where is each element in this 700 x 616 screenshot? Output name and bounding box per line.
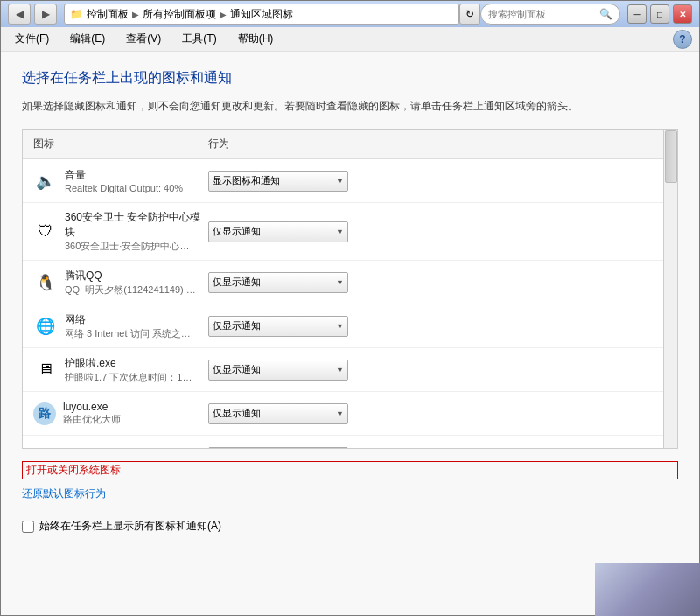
360-desc: 360安全卫士·安全防护中心完全开启 [65, 240, 196, 253]
table-row: 路 luyou.exe 路由优化大师 仅显示通知 ▼ [23, 392, 677, 436]
chevron-down-icon: ▼ [336, 278, 344, 287]
page-title: 选择在任务栏上出现的图标和通知 [22, 69, 678, 88]
main-window: ◀ ▶ 📁 控制面板 ▶ 所有控制面板项 ▶ 通知区域图标 ↻ 🔍 ─ □ ✕ … [0, 0, 700, 616]
eyeprotect-icon: 🖥 [33, 358, 58, 382]
network-text: 网络 网络 3 Internet 访问 系统之家vpn服... [65, 312, 196, 340]
breadcrumb-bar: 📁 控制面板 ▶ 所有控制面板项 ▶ 通知区域图标 [64, 4, 459, 24]
col-header-icon: 图标 [33, 136, 208, 151]
window-controls: ◀ ▶ [8, 4, 57, 24]
breadcrumb-3: 通知区域图标 [230, 7, 293, 22]
behavior-cell-volume: 显示图标和通知 ▼ [208, 171, 667, 192]
table-row: 🌐 网络 网络 3 Internet 访问 系统之家vpn服... 仅显示通知 … [23, 304, 677, 348]
table-row: 🛡 360安全卫士 安全防护中心模块 360安全卫士·安全防护中心完全开启 仅显… [23, 203, 677, 261]
minimize-button[interactable]: ─ [627, 4, 647, 24]
behavior-cell-network: 仅显示通知 ▼ [208, 316, 667, 337]
behavior-select-eyeprotect[interactable]: 仅显示通知 ▼ [208, 360, 348, 381]
360-icon: 🛡 [33, 220, 58, 244]
icon-cell-luyou: 路 luyou.exe 路由优化大师 [33, 401, 208, 426]
chevron-down-icon: ▼ [336, 410, 344, 418]
table-row: 🔈 音量 Realtek Digital Output: 40% 显示图标和通知… [23, 159, 677, 203]
table-row: 🖥 护眼啦.exe 护眼啦1.7 下次休息时间：14 点59... 仅显示通知 … [23, 348, 677, 392]
chevron-down-icon: ▼ [336, 322, 344, 331]
close-button[interactable]: ✕ [673, 4, 692, 24]
behavior-cell-qq: 仅显示通知 ▼ [208, 272, 667, 293]
refresh-button[interactable]: ↻ [459, 4, 480, 24]
behavior-select-dsz[interactable]: 仅显示通... ▼ [208, 447, 348, 449]
menu-edit[interactable]: 编辑(E) [63, 29, 112, 49]
icon-cell-qq: 🐧 腾讯QQ QQ: 明天夕然(1124241149) 声音: 开... [33, 269, 208, 297]
search-bar[interactable]: 🔍 [480, 4, 620, 24]
behavior-select-360[interactable]: 仅显示通知 ▼ [208, 221, 348, 242]
luyou-icon: 路 [33, 402, 56, 425]
menu-bar: 文件(F) 编辑(E) 查看(V) 工具(T) 帮助(H) ? [1, 27, 699, 52]
menu-tools[interactable]: 工具(T) [175, 29, 223, 49]
luyou-text: luyou.exe 路由优化大师 [63, 401, 121, 426]
icon-cell-360: 🛡 360安全卫士 安全防护中心模块 360安全卫士·安全防护中心完全开启 [33, 210, 208, 253]
behavior-cell-luyou: 仅显示通知 ▼ [208, 403, 667, 424]
search-input[interactable] [488, 9, 596, 19]
chevron-down-icon: ▼ [336, 177, 344, 186]
qq-desc: QQ: 明天夕然(1124241149) 声音: 开... [65, 284, 196, 297]
table-header: 图标 行为 [23, 130, 677, 159]
page-description: 如果选择隐藏图标和通知，则不会向您通知更改和更新。若要随时查看隐藏的图标，请单击… [22, 98, 678, 115]
behavior-select-qq[interactable]: 仅显示通知 ▼ [208, 272, 348, 293]
breadcrumb-2[interactable]: 所有控制面板项 [143, 7, 216, 22]
checkbox-row: 始终在任务栏上显示所有图标和通知(A) [22, 519, 678, 534]
table-body: 🔈 音量 Realtek Digital Output: 40% 显示图标和通知… [23, 159, 677, 448]
open-system-icons-link[interactable]: 打开或关闭系统图标 [22, 461, 678, 480]
behavior-select-luyou[interactable]: 仅显示通知 ▼ [208, 403, 348, 424]
behavior-cell-dsz: 仅显示通... ▼ [208, 447, 667, 449]
breadcrumb-arrow-1: ▶ [132, 10, 139, 19]
col-header-behavior: 行为 [208, 136, 667, 151]
scrollbar-track[interactable] [663, 130, 677, 448]
table-row: 💻 Dszmonitor.exe 仅显示通... ▼ [23, 436, 677, 448]
help-button[interactable]: ? [673, 30, 692, 49]
menu-view[interactable]: 查看(V) [119, 29, 168, 49]
volume-name: 音量 [65, 168, 183, 183]
behavior-cell-eyeprotect: 仅显示通知 ▼ [208, 360, 667, 381]
chevron-down-icon: ▼ [336, 366, 344, 374]
network-desc: 网络 3 Internet 访问 系统之家vpn服... [65, 327, 196, 340]
qq-text: 腾讯QQ QQ: 明天夕然(1124241149) 声音: 开... [65, 269, 196, 297]
360-name: 360安全卫士 安全防护中心模块 [65, 210, 208, 240]
show-all-icons-checkbox[interactable] [22, 521, 34, 533]
restore-defaults-link[interactable]: 还原默认图标行为 [22, 486, 678, 501]
luyou-name: luyou.exe [63, 401, 121, 413]
eyeprotect-text: 护眼啦.exe 护眼啦1.7 下次休息时间：14 点59... [65, 356, 196, 384]
menu-help[interactable]: 帮助(H) [231, 29, 281, 49]
behavior-cell-360: 仅显示通知 ▼ [208, 221, 667, 242]
dsz-icon: 💻 [33, 445, 58, 449]
icon-cell-dsz: 💻 Dszmonitor.exe [33, 445, 208, 449]
qq-name: 腾讯QQ [65, 269, 196, 284]
behavior-select-network[interactable]: 仅显示通知 ▼ [208, 316, 348, 337]
title-bar: ◀ ▶ 📁 控制面板 ▶ 所有控制面板项 ▶ 通知区域图标 ↻ 🔍 ─ □ ✕ [1, 1, 699, 27]
menu-file[interactable]: 文件(F) [8, 29, 56, 49]
footer-links: 打开或关闭系统图标 还原默认图标行为 始终在任务栏上显示所有图标和通知(A) [22, 461, 678, 534]
checkbox-label: 始终在任务栏上显示所有图标和通知(A) [39, 519, 221, 534]
volume-text: 音量 Realtek Digital Output: 40% [65, 168, 183, 193]
qq-icon: 🐧 [33, 270, 58, 295]
back-btn[interactable]: ◀ [8, 4, 31, 24]
icon-cell-eyeprotect: 🖥 护眼啦.exe 护眼啦1.7 下次休息时间：14 点59... [33, 356, 208, 384]
icon-cell-volume: 🔈 音量 Realtek Digital Output: 40% [33, 168, 208, 193]
eyeprotect-name: 护眼啦.exe [65, 356, 196, 371]
forward-btn[interactable]: ▶ [34, 4, 57, 24]
chevron-down-icon: ▼ [336, 228, 344, 236]
360-text: 360安全卫士 安全防护中心模块 360安全卫士·安全防护中心完全开启 [65, 210, 208, 253]
content-area: 选择在任务栏上出现的图标和通知 如果选择隐藏图标和通知，则不会向您通知更改和更新… [1, 52, 699, 615]
network-icon: 🌐 [33, 314, 58, 339]
scrollbar-thumb[interactable] [665, 130, 677, 183]
behavior-select-volume[interactable]: 显示图标和通知 ▼ [208, 171, 348, 192]
breadcrumb-folder-icon: 📁 [70, 8, 83, 20]
maximize-button[interactable]: □ [650, 4, 669, 24]
luyou-desc: 路由优化大师 [63, 413, 121, 426]
icon-cell-network: 🌐 网络 网络 3 Internet 访问 系统之家vpn服... [33, 312, 208, 340]
breadcrumb-arrow-2: ▶ [220, 10, 227, 19]
search-icon: 🔍 [599, 8, 612, 20]
breadcrumb-1[interactable]: 控制面板 [87, 7, 129, 22]
icons-table: 图标 行为 🔈 音量 Realtek Digital Output: 40% [22, 129, 678, 449]
network-name: 网络 [65, 312, 196, 327]
volume-icon: 🔈 [33, 169, 58, 193]
eyeprotect-desc: 护眼啦1.7 下次休息时间：14 点59... [65, 371, 196, 384]
volume-desc: Realtek Digital Output: 40% [65, 183, 183, 193]
